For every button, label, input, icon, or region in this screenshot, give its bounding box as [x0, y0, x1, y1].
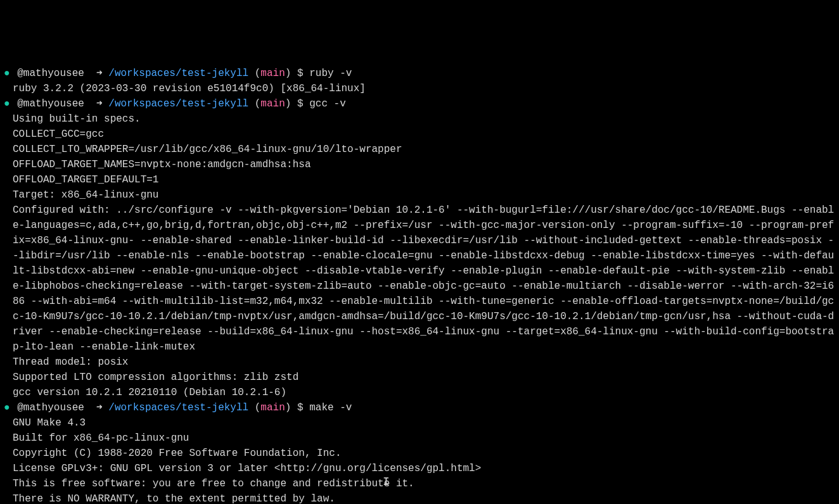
gcc-output-line: COLLECT_LTO_WRAPPER=/usr/lib/gcc/x86_64-… [4, 142, 839, 157]
prompt-path: /workspaces/test-jekyll [108, 98, 248, 110]
make-output-line: There is NO WARRANTY, to the extent perm… [4, 491, 839, 504]
prompt-path: /workspaces/test-jekyll [108, 68, 248, 79]
branch-paren-open: ( [255, 68, 261, 79]
arrow-icon: ➜ [96, 98, 103, 110]
prompt-line-1: ● @mathyousee ➜ /workspaces/test-jekyll … [4, 66, 839, 81]
branch-paren-close: ) [285, 98, 291, 110]
branch-paren-close: ) [285, 68, 291, 79]
prompt-branch: main [260, 68, 285, 79]
text-cursor-icon: I [383, 474, 390, 491]
gcc-output-line: Target: x86_64-linux-gnu [4, 187, 839, 203]
prompt-branch: main [260, 98, 285, 110]
branch-paren-open: ( [255, 98, 261, 110]
prompt-dollar: $ [297, 402, 304, 413]
gcc-output-line: COLLECT_GCC=gcc [4, 127, 839, 142]
gcc-output-line: gcc version 10.2.1 20210110 (Debian 10.2… [4, 385, 839, 400]
prompt-line-3: ● @mathyousee ➜ /workspaces/test-jekyll … [4, 400, 839, 415]
command-text: ruby -v [309, 68, 352, 79]
gcc-output-line: Supported LTO compression algorithms: zl… [4, 370, 839, 385]
make-output-line: Built for x86_64-pc-linux-gnu [4, 431, 839, 446]
command-text: gcc -v [309, 98, 346, 110]
status-bullet-icon: ● [4, 98, 10, 110]
prompt-user: @mathyousee [17, 402, 84, 413]
branch-paren-open: ( [255, 402, 261, 413]
prompt-dollar: $ [297, 98, 304, 110]
prompt-user: @mathyousee [17, 98, 84, 110]
command-text: make -v [309, 402, 352, 413]
make-output-line: Copyright (C) 1988-2020 Free Software Fo… [4, 446, 839, 461]
prompt-user: @mathyousee [17, 68, 84, 79]
prompt-line-2: ● @mathyousee ➜ /workspaces/test-jekyll … [4, 96, 839, 111]
prompt-branch: main [260, 402, 285, 413]
status-bullet-icon: ● [4, 68, 10, 79]
ruby-version-output: ruby 3.2.2 (2023-03-30 revision e51014f9… [4, 81, 839, 96]
gcc-output-line: OFFLOAD_TARGET_NAMES=nvptx-none:amdgcn-a… [4, 157, 839, 172]
terminal[interactable]: ● @mathyousee ➜ /workspaces/test-jekyll … [4, 66, 839, 504]
prompt-dollar: $ [297, 68, 304, 79]
make-output-line: GNU Make 4.3 [4, 415, 839, 431]
prompt-path: /workspaces/test-jekyll [108, 402, 248, 413]
gcc-output-line: Thread model: posix [4, 355, 839, 370]
branch-paren-close: ) [285, 402, 291, 413]
make-output-line: This is free software: you are free to c… [4, 476, 839, 491]
arrow-icon: ➜ [96, 402, 103, 413]
make-output-line: License GPLv3+: GNU GPL version 3 or lat… [4, 461, 839, 476]
gcc-output-line: Using built-in specs. [4, 111, 839, 127]
arrow-icon: ➜ [96, 68, 103, 79]
status-bullet-icon: ● [4, 402, 10, 413]
gcc-output-line: Configured with: ../src/configure -v --w… [4, 203, 839, 355]
gcc-output-line: OFFLOAD_TARGET_DEFAULT=1 [4, 172, 839, 187]
